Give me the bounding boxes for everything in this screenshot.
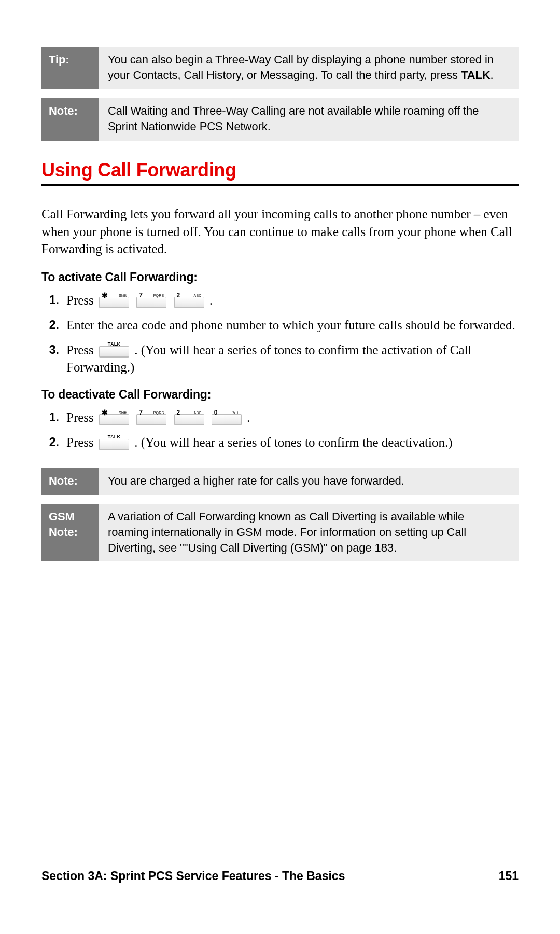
deactivate-steps: 1. Press ✱Shift 7PQRS 2ABC 0↻ + . 2. Pre… [41, 409, 519, 451]
page-footer: Section 3A: Sprint PCS Service Features … [41, 869, 519, 883]
activate-step-3: 3. Press TALK . (You will hear a series … [66, 341, 519, 377]
note-callout-1: Note: Call Waiting and Three-Way Calling… [41, 98, 519, 140]
activate-subhead: To activate Call Forwarding: [41, 270, 519, 284]
step-number: 1. [41, 292, 59, 308]
gsm-note-callout: GSM Note: A variation of Call Forwarding… [41, 504, 519, 561]
note1-body: Call Waiting and Three-Way Calling are n… [99, 98, 519, 140]
gsm-tag: GSM Note: [41, 504, 99, 561]
key-star-icon: ✱Shift [99, 297, 129, 308]
note-callout-2: Note: You are charged a higher rate for … [41, 468, 519, 495]
note2-tag: Note: [41, 468, 99, 495]
activate-steps: 1. Press ✱Shift 7PQRS 2ABC . 2. Enter th… [41, 292, 519, 376]
key-talk-icon: TALK [99, 439, 129, 450]
deactivate-step-2: 2. Press TALK . (You will hear a series … [66, 434, 519, 451]
key-7-icon: 7PQRS [136, 414, 166, 425]
key-2-icon: 2ABC [174, 297, 204, 308]
tip-bold: TALK [461, 68, 491, 81]
key-0-icon: 0↻ + [212, 414, 242, 425]
intro-paragraph: Call Forwarding lets you forward all you… [41, 205, 519, 258]
key-2-icon: 2ABC [174, 414, 204, 425]
page-content: Tip: You can also begin a Three-Way Call… [41, 47, 519, 571]
activate-step-2: 2. Enter the area code and phone number … [66, 317, 519, 334]
step-text: Enter the area code and phone number to … [66, 318, 515, 332]
step-post: . (You will hear a series of tones to co… [134, 435, 452, 449]
step-post: . [247, 410, 250, 424]
key-7-icon: 7PQRS [136, 297, 166, 308]
step-number: 3. [41, 342, 59, 358]
tip-text-pre: You can also begin a Three-Way Call by d… [108, 53, 494, 81]
key-talk-icon: TALK [99, 346, 129, 358]
section-heading: Using Call Forwarding [41, 159, 519, 186]
gsm-body: A variation of Call Forwarding known as … [99, 504, 519, 561]
step-pre: Press [66, 293, 97, 307]
note2-body: You are charged a higher rate for calls … [99, 468, 519, 495]
step-pre: Press [66, 343, 97, 357]
tip-callout: Tip: You can also begin a Three-Way Call… [41, 47, 519, 89]
footer-page-number: 151 [499, 869, 519, 883]
step-number: 2. [41, 434, 59, 450]
step-number: 1. [41, 409, 59, 425]
deactivate-step-1: 1. Press ✱Shift 7PQRS 2ABC 0↻ + . [66, 409, 519, 427]
key-star-icon: ✱Shift [99, 414, 129, 425]
step-pre: Press [66, 410, 97, 424]
tip-tag: Tip: [41, 47, 99, 89]
tip-body: You can also begin a Three-Way Call by d… [99, 47, 519, 89]
activate-step-1: 1. Press ✱Shift 7PQRS 2ABC . [66, 292, 519, 309]
step-pre: Press [66, 435, 97, 449]
deactivate-subhead: To deactivate Call Forwarding: [41, 388, 519, 402]
step-number: 2. [41, 317, 59, 333]
step-post: . [209, 293, 213, 307]
footer-section: Section 3A: Sprint PCS Service Features … [41, 869, 345, 883]
tip-text-post: . [491, 68, 494, 81]
note1-tag: Note: [41, 98, 99, 140]
